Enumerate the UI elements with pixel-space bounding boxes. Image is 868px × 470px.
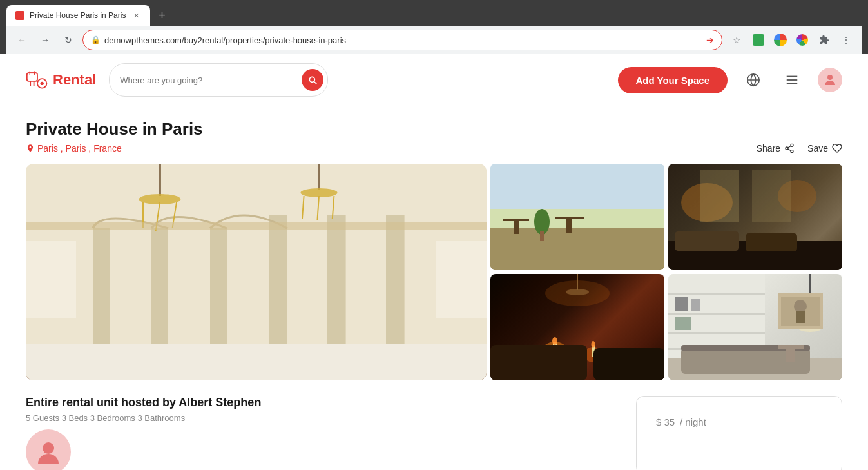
- svg-point-82: [794, 300, 807, 313]
- address-bar-wrapper[interactable]: 🔒 ➔: [82, 30, 722, 50]
- svg-rect-48: [675, 231, 739, 251]
- user-avatar[interactable]: [818, 68, 842, 92]
- svg-point-11: [791, 144, 793, 146]
- svg-rect-67: [668, 293, 765, 295]
- svg-rect-41: [503, 219, 529, 221]
- svg-point-59: [592, 341, 595, 348]
- more-menu-button[interactable]: ⋮: [837, 31, 855, 49]
- svg-point-84: [43, 442, 54, 454]
- svg-rect-68: [668, 313, 765, 315]
- svg-rect-73: [675, 317, 691, 330]
- property-location: Paris , Paris , France: [26, 143, 122, 153]
- gallery-image-modern-living[interactable]: [668, 274, 842, 380]
- gallery-image-dark-living[interactable]: [490, 274, 664, 380]
- svg-rect-79: [786, 349, 795, 362]
- svg-rect-35: [26, 241, 76, 318]
- extensions-icon[interactable]: [815, 31, 833, 49]
- browser-controls: ← → ↻ 🔒 ➔ ☆ ⋮: [6, 26, 862, 54]
- forward-button[interactable]: →: [36, 31, 54, 49]
- tab-close-button[interactable]: ✕: [131, 10, 141, 21]
- gallery-image-terrace[interactable]: [490, 164, 664, 270]
- logo-icon: [26, 68, 49, 92]
- hosted-title: Entire rental unit hosted by Albert Step…: [26, 396, 623, 409]
- svg-point-12: [786, 147, 788, 150]
- back-button[interactable]: ←: [13, 31, 31, 49]
- svg-rect-49: [746, 233, 797, 251]
- price-value: $ 35: [656, 416, 675, 427]
- share-button[interactable]: Share: [757, 143, 795, 153]
- host-avatar-icon: [35, 439, 61, 465]
- lock-icon: 🔒: [91, 35, 101, 44]
- svg-rect-1: [27, 73, 37, 81]
- svg-rect-71: [675, 297, 688, 311]
- svg-rect-46: [540, 231, 544, 241]
- svg-rect-37: [26, 222, 487, 230]
- logo-text: Rental: [53, 72, 96, 88]
- browser-chrome: Private House Paris in Paris ✕ + ← → ↻ 🔒…: [0, 0, 868, 54]
- main-content: Private House in Paris Paris , Paris , F…: [0, 106, 868, 470]
- gallery-main-image[interactable]: [26, 164, 487, 380]
- logo[interactable]: Rental: [26, 68, 96, 92]
- add-space-button[interactable]: Add Your Space: [618, 67, 728, 93]
- new-tab-button[interactable]: +: [153, 6, 171, 24]
- property-title: Private House in Paris: [26, 119, 842, 139]
- svg-point-13: [791, 150, 793, 153]
- property-location-row: Paris , Paris , France Share Save: [26, 143, 842, 153]
- svg-rect-42: [514, 221, 519, 234]
- svg-point-64: [566, 289, 589, 295]
- price-card: $ 35 / night: [636, 396, 842, 470]
- menu-icon: [785, 73, 799, 87]
- property-gallery: [26, 164, 842, 380]
- svg-point-58: [552, 337, 557, 345]
- svg-line-15: [788, 146, 791, 148]
- search-input[interactable]: [120, 75, 302, 85]
- bottom-info: Entire rental unit hosted by Albert Step…: [26, 396, 842, 470]
- search-button[interactable]: [302, 69, 323, 91]
- svg-rect-83: [796, 311, 805, 323]
- svg-rect-20: [151, 228, 168, 344]
- svg-rect-21: [210, 228, 227, 344]
- gallery-image-lounge[interactable]: [668, 164, 842, 270]
- svg-rect-60: [490, 345, 587, 380]
- tab-favicon: [15, 11, 24, 20]
- hosted-section: Entire rental unit hosted by Albert Step…: [26, 396, 623, 470]
- colorful-circle-icon: [793, 31, 811, 49]
- hosted-meta: 5 Guests 3 Beds 3 Bedrooms 3 Bathrooms: [26, 413, 623, 423]
- avatar-icon: [822, 72, 838, 88]
- hamburger-button[interactable]: [779, 67, 805, 93]
- share-icon: [784, 143, 795, 153]
- save-button[interactable]: Save: [807, 143, 842, 153]
- svg-rect-69: [668, 332, 765, 334]
- svg-rect-44: [566, 219, 572, 233]
- address-bar-input[interactable]: [104, 35, 702, 45]
- green-square-icon: [749, 31, 767, 49]
- svg-point-10: [827, 75, 833, 80]
- svg-rect-36: [436, 241, 487, 318]
- active-tab[interactable]: Private House Paris in Paris ✕: [6, 5, 150, 26]
- heart-icon: [832, 143, 842, 153]
- arrow-icon: ➔: [706, 35, 714, 45]
- chrome-icon: [771, 31, 789, 49]
- svg-rect-52: [700, 170, 739, 222]
- globe-icon: [746, 73, 760, 87]
- svg-point-3: [41, 82, 44, 85]
- share-label: Share: [757, 143, 780, 153]
- svg-rect-23: [327, 215, 346, 344]
- price-display: $ 35 / night: [656, 409, 822, 430]
- browser-action-buttons: ☆ ⋮: [728, 31, 855, 49]
- svg-rect-38: [490, 164, 664, 209]
- star-button[interactable]: ☆: [728, 31, 746, 49]
- svg-rect-22: [269, 215, 287, 344]
- price-unit: / night: [680, 416, 706, 427]
- property-actions: Share Save: [757, 143, 842, 153]
- host-avatar: [26, 429, 71, 470]
- globe-button[interactable]: [740, 67, 766, 93]
- svg-rect-61: [593, 348, 664, 380]
- svg-rect-24: [386, 215, 405, 344]
- svg-rect-43: [555, 217, 584, 219]
- tab-bar: Private House Paris in Paris ✕ +: [6, 5, 862, 26]
- svg-line-14: [788, 149, 791, 151]
- refresh-button[interactable]: ↻: [59, 31, 77, 49]
- search-icon: [307, 75, 318, 85]
- svg-point-45: [534, 209, 550, 235]
